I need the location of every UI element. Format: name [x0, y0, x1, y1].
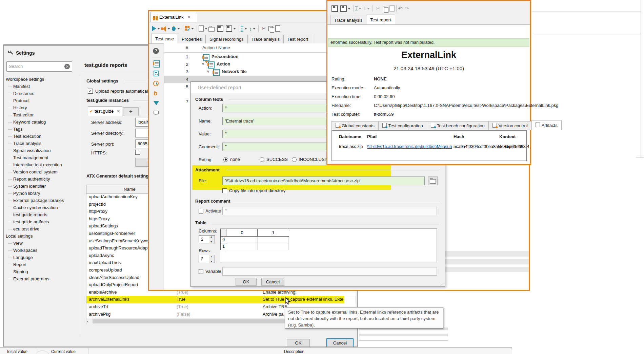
expand-all-icon[interactable]: ↕	[355, 6, 358, 11]
calculator-icon[interactable]	[154, 71, 159, 76]
rating-radio-success[interactable]	[260, 157, 264, 162]
sidebar-item-test-guide-reports[interactable]: test.guide reports	[6, 211, 80, 218]
debug-b-icon[interactable]: b	[154, 90, 158, 97]
file-input[interactable]: '\\\\tt-ddvs15.ad.tracetronic.de\\buildb…	[222, 176, 425, 185]
package-check-dropdown-icon[interactable]	[191, 28, 194, 30]
grid-col-header-1[interactable]: 1	[257, 229, 289, 237]
grid-row-header-0[interactable]: 0	[220, 236, 227, 243]
save-all-icon[interactable]	[226, 25, 232, 32]
comment-icon[interactable]	[154, 111, 159, 114]
activate-checkbox[interactable]	[199, 209, 203, 213]
speaker-icon[interactable]	[161, 26, 166, 31]
expand-all-icon[interactable]: ↕	[241, 26, 243, 32]
sidebar-item-test-guide-artifacts[interactable]: test.guide artifacts	[6, 218, 80, 225]
tab-properties[interactable]: Properties	[178, 35, 206, 43]
sidebar-item-version-control-system[interactable]: Version control system	[6, 168, 80, 175]
grid-cell-1-1[interactable]	[258, 243, 289, 250]
sidebar-item-history[interactable]: History	[6, 104, 80, 111]
editor-doc-tab[interactable]: ExternalLink ✕	[150, 12, 197, 22]
browse-file-button[interactable]	[428, 176, 438, 185]
settings-cancel-button[interactable]: Cancel	[326, 338, 354, 347]
add-instance-tab[interactable]: +	[123, 107, 139, 116]
collapse-dropdown-icon[interactable]	[367, 8, 370, 10]
tree-header-local-settings[interactable]: Local settings	[6, 232, 80, 240]
redo-icon[interactable]: ↷	[405, 5, 409, 12]
sidebar-item-language[interactable]: Language	[6, 254, 80, 261]
tab-test-configuration[interactable]: Test configuration	[378, 121, 427, 130]
save-dropdown-icon[interactable]	[348, 8, 350, 10]
tab-trace-analysis[interactable]: Trace analysis	[247, 35, 284, 43]
run-icon[interactable]	[152, 26, 156, 31]
copy-icon[interactable]	[268, 26, 273, 31]
sidebar-item-external-programs[interactable]: External programs	[6, 275, 80, 282]
dialog-ok-button[interactable]: OK	[236, 278, 257, 286]
debugger-dropdown-icon[interactable]	[177, 28, 180, 30]
artifact-pfad-link[interactable]: \\tt-ddvs15.ad.tracetronic.de\buildbot\M…	[367, 144, 452, 149]
columns-spinner[interactable]: 2	[199, 235, 215, 243]
collapse-all-icon[interactable]: ↕	[249, 26, 252, 31]
sidebar-item-signal-visualization[interactable]: Signal visualization	[6, 147, 80, 154]
tab-test-bench-configuration[interactable]: Test bench configuration	[427, 121, 489, 130]
open-file-icon[interactable]	[208, 27, 215, 32]
report-step-icon[interactable]	[154, 60, 160, 68]
sidebar-item-protocol[interactable]: Protocol	[6, 97, 80, 104]
tab-test-report[interactable]: Test report	[366, 15, 395, 24]
paste-icon[interactable]	[389, 5, 395, 12]
rows-spinner[interactable]: 2	[199, 255, 215, 263]
close-tab-icon[interactable]: ✕	[117, 109, 120, 114]
variable-checkbox[interactable]	[199, 269, 203, 274]
table-grid-panel[interactable]: 0101	[220, 228, 437, 262]
sidebar-item-test-editor[interactable]: Test editor	[6, 111, 80, 118]
copy-icon[interactable]	[383, 6, 387, 11]
dialog-cancel-button[interactable]: Cancel	[261, 278, 284, 286]
grid-cell-0-0[interactable]	[226, 237, 258, 243]
new-file-dropdown-icon[interactable]	[205, 28, 207, 30]
new-file-icon[interactable]	[199, 25, 204, 32]
expand-dropdown-icon[interactable]	[359, 8, 361, 10]
report-comment-input[interactable]: ''	[222, 207, 437, 215]
close-tab-icon[interactable]: ✕	[187, 15, 191, 20]
tree-header-workspace-settings[interactable]: Workspace settings	[6, 76, 80, 83]
save-dropdown-icon[interactable]	[233, 28, 236, 30]
tab-trace-analysis[interactable]: Trace analysis	[330, 16, 366, 24]
sidebar-item-ecu-test-drive[interactable]: ecu.test drive	[6, 225, 80, 232]
chevron-down-icon[interactable]: ∨	[207, 69, 209, 74]
sidebar-item-report[interactable]: Report	[6, 261, 80, 268]
save-icon[interactable]	[217, 25, 223, 32]
sidebar-item-signing[interactable]: Signing	[6, 268, 80, 275]
timer-icon[interactable]	[153, 81, 159, 86]
resize-grip-icon[interactable]: ⋰	[440, 282, 444, 286]
sidebar-item-tags[interactable]: Tags	[6, 126, 80, 133]
sidebar-item-report-authenticity[interactable]: Report authenticity	[6, 175, 80, 183]
sidebar-item-test-management[interactable]: Test management	[6, 154, 80, 161]
undo-icon[interactable]: ↶	[398, 5, 403, 12]
tab-test-case[interactable]: Test case	[151, 34, 178, 43]
tab-test-report[interactable]: Test report	[283, 35, 312, 43]
debugger-icon[interactable]	[171, 26, 176, 31]
atx-row-archiveExternalLinks[interactable]: archiveExternalLinksTrueSet to True to c…	[86, 296, 344, 304]
sidebar-item-view[interactable]: View	[6, 240, 80, 247]
sidebar-item-keyword-catalog[interactable]: Keyword catalog	[6, 118, 80, 126]
save-icon[interactable]	[331, 5, 338, 12]
clear-search-icon[interactable]: ✕	[64, 64, 70, 69]
copy-file-checkbox[interactable]	[222, 188, 227, 193]
run-dropdown-icon[interactable]	[157, 28, 160, 30]
grid-cell-1-0[interactable]	[226, 243, 258, 250]
https-checkbox[interactable]	[135, 150, 140, 155]
sidebar-item-system-identifier[interactable]: System identifier	[6, 183, 80, 190]
save-all-icon[interactable]	[340, 5, 347, 12]
paste-icon[interactable]	[275, 25, 280, 32]
grid-cell-0-1[interactable]	[258, 237, 289, 243]
sidebar-item-workspaces[interactable]: Workspaces	[6, 247, 80, 254]
upload-reports-checkbox[interactable]: ✓	[88, 89, 93, 94]
spinner-arrows-icon[interactable]	[209, 236, 215, 243]
sidebar-item-cache-synchronization[interactable]: Cache synchronization	[6, 204, 80, 211]
grid-row-header-1[interactable]: 1	[220, 243, 227, 250]
settings-ok-button[interactable]: OK	[287, 339, 310, 347]
grid-col-header-0[interactable]: 0	[226, 229, 258, 237]
sidebar-item-directories[interactable]: Directories	[6, 90, 80, 97]
search-input[interactable]: Search ✕	[6, 61, 72, 72]
variable-input[interactable]	[222, 267, 437, 276]
spinner-arrows-icon[interactable]	[209, 255, 215, 263]
collapse-dropdown-icon[interactable]	[253, 28, 256, 30]
